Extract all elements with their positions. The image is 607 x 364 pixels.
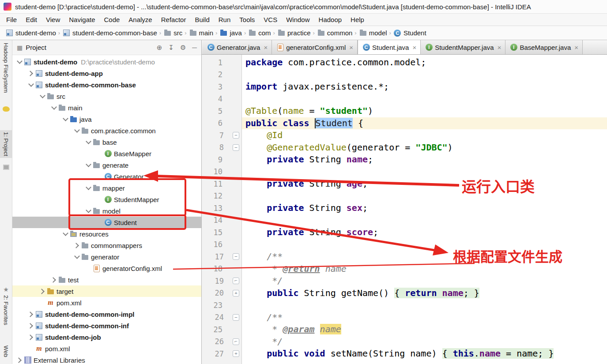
menu-analyze[interactable]: Analyze xyxy=(124,15,156,24)
code-line-3[interactable]: import javax.persistence.*; xyxy=(242,81,607,93)
code-line-7[interactable]: @Id xyxy=(242,129,607,142)
fold-marker-start-icon[interactable]: − xyxy=(233,314,239,321)
menu-edit[interactable]: Edit xyxy=(21,15,41,24)
menu-vcs[interactable]: VCS xyxy=(259,15,282,24)
tree-item-student-demo[interactable]: student-demoD:\practice\student-demo xyxy=(12,56,201,68)
code-line-20[interactable]: public String getName() { return name; } xyxy=(242,287,607,300)
editor-tab-basemapper-java[interactable]: IBaseMapper.java× xyxy=(505,40,583,54)
breadcrumb-src[interactable]: src xyxy=(163,29,182,37)
menu-window[interactable]: Window xyxy=(282,15,314,24)
close-tab-icon[interactable]: × xyxy=(349,44,353,51)
tree-item-generator[interactable]: generator xyxy=(12,251,201,263)
toolwindow-button-project[interactable]: 1: Project xyxy=(0,130,12,158)
menu-refactor[interactable]: Refactor xyxy=(157,15,191,24)
breadcrumb-student-demo-common-base[interactable]: student-demo-common-base xyxy=(62,29,157,37)
chevron-expanded-icon[interactable] xyxy=(85,207,92,215)
close-tab-icon[interactable]: × xyxy=(412,44,416,51)
tree-item-com-practice-common[interactable]: com.practice.common xyxy=(12,125,201,136)
tree-item-resources[interactable]: resources xyxy=(12,228,201,240)
menu-file[interactable]: File xyxy=(2,15,21,24)
code-line-5[interactable]: @Table(name = "student") xyxy=(242,105,607,117)
tree-item-student-demo-job[interactable]: student-demo-job xyxy=(12,331,201,343)
editor-body[interactable]: 1234567−8−91011121314151617−1819⌐20+2324… xyxy=(202,55,607,364)
code-line-19[interactable]: */ xyxy=(242,275,607,287)
tree-item-pom-xml[interactable]: mpom.xml xyxy=(12,297,201,308)
chevron-expanded-icon[interactable] xyxy=(73,127,81,135)
tree-item-main[interactable]: main xyxy=(12,102,201,113)
fold-marker-start-icon[interactable]: − xyxy=(233,144,239,151)
chevron-collapsed-icon[interactable] xyxy=(50,276,58,284)
menu-run[interactable]: Run xyxy=(214,15,235,24)
menu-code[interactable]: Code xyxy=(99,15,124,24)
breadcrumb-model[interactable]: model xyxy=(359,29,387,37)
code-line-2[interactable] xyxy=(242,69,607,81)
project-tool-icon[interactable] xyxy=(3,165,9,170)
breadcrumb-com[interactable]: com xyxy=(248,29,271,37)
menu-tools[interactable]: Tools xyxy=(235,15,259,24)
code-line-4[interactable] xyxy=(242,93,607,105)
code-line-9[interactable]: private String name; xyxy=(242,154,607,166)
editor-tab-generatorconfig-xml[interactable]: generatorConfig.xml× xyxy=(272,40,358,54)
tree-item-student-demo-common-impl[interactable]: student-demo-common-impl xyxy=(12,308,201,320)
menu-view[interactable]: View xyxy=(41,15,64,24)
fold-marker-end-icon[interactable]: ⌐ xyxy=(233,338,239,345)
breadcrumb-common[interactable]: common xyxy=(317,29,353,37)
code-line-25[interactable]: * @param name xyxy=(242,323,607,336)
tree-item-test[interactable]: test xyxy=(12,274,201,285)
hadoop-elephant-icon[interactable] xyxy=(3,106,10,112)
locate-icon[interactable]: ⊕ xyxy=(157,44,162,52)
code-line-13[interactable]: private String sex; xyxy=(242,202,607,214)
code-editor[interactable]: package com.practice.common.model;import… xyxy=(242,55,607,364)
code-line-17[interactable]: /** xyxy=(242,251,607,263)
tree-item-basemapper[interactable]: IBaseMapper xyxy=(12,148,201,159)
menu-build[interactable]: Build xyxy=(190,15,214,24)
toolwindow-button-hadoop-filesystem[interactable]: Hadoop FileSystem xyxy=(0,43,12,93)
code-line-15[interactable]: private String score; xyxy=(242,226,607,239)
tree-item-commonmappers[interactable]: commonmappers xyxy=(12,240,201,251)
chevron-collapsed-icon[interactable] xyxy=(73,242,81,249)
editor-tab-studentmapper-java[interactable]: IStudentMapper.java× xyxy=(421,40,505,54)
settings-gear-icon[interactable]: ⚙ xyxy=(180,44,186,52)
tree-item-student-demo-app[interactable]: student-demo-app xyxy=(12,68,201,79)
tree-item-generatorconfig-xml[interactable]: generatorConfig.xml xyxy=(12,263,201,274)
favorites-star-icon[interactable]: ★ xyxy=(3,285,9,293)
code-line-1[interactable]: package com.practice.common.model; xyxy=(242,56,607,69)
chevron-expanded-icon[interactable] xyxy=(16,58,23,66)
tree-item-student-demo-common-inf[interactable]: student-demo-common-inf xyxy=(12,320,201,331)
code-line-27[interactable]: public void setName(String name) { this.… xyxy=(242,348,607,360)
tree-item-external-libraries[interactable]: External Libraries xyxy=(12,354,201,364)
fold-marker-end-icon[interactable]: ⌐ xyxy=(233,278,239,284)
close-tab-icon[interactable]: × xyxy=(574,44,578,51)
chevron-expanded-icon[interactable] xyxy=(85,161,92,169)
chevron-expanded-icon[interactable] xyxy=(62,230,69,238)
tree-item-studentmapper[interactable]: IStudentMapper xyxy=(12,194,201,205)
chevron-collapsed-icon[interactable] xyxy=(27,334,35,341)
tree-item-pom-xml[interactable]: mpom.xml xyxy=(12,343,201,354)
code-line-6[interactable]: public class Student { xyxy=(242,117,607,130)
editor-tab-generator-java[interactable]: CGenerator.java× xyxy=(203,40,272,54)
tree-item-model[interactable]: model xyxy=(12,205,201,217)
code-line-16[interactable] xyxy=(242,239,607,251)
tree-item-generator[interactable]: CGenerator xyxy=(12,171,201,182)
menu-navigate[interactable]: Navigate xyxy=(64,15,99,24)
breadcrumb-student-demo[interactable]: student-demo xyxy=(5,29,56,37)
chevron-expanded-icon[interactable] xyxy=(85,184,92,192)
tree-item-student-demo-common-base[interactable]: student-demo-common-base xyxy=(12,79,201,90)
breadcrumb-java[interactable]: java xyxy=(219,29,242,37)
breadcrumb-student[interactable]: CStudent xyxy=(393,29,426,37)
fold-marker-plus-icon[interactable]: + xyxy=(233,350,239,357)
tree-item-src[interactable]: src xyxy=(12,90,201,102)
chevron-collapsed-icon[interactable] xyxy=(27,70,35,77)
code-line-8[interactable]: @GeneratedValue(generator = "JDBC") xyxy=(242,142,607,154)
fold-marker-plus-icon[interactable]: + xyxy=(233,290,239,296)
chevron-collapsed-icon[interactable] xyxy=(39,288,46,295)
code-line-18[interactable]: * @return name xyxy=(242,263,607,275)
breadcrumb-main[interactable]: main xyxy=(189,29,214,37)
toolwindow-button-favorites[interactable]: 2: Favorites xyxy=(0,295,12,325)
menu-hadoop[interactable]: Hadoop xyxy=(314,15,347,24)
chevron-expanded-icon[interactable] xyxy=(27,81,35,89)
chevron-expanded-icon[interactable] xyxy=(73,253,81,261)
toolwindow-button-web[interactable]: Web xyxy=(0,345,12,357)
tree-item-student[interactable]: CStudent xyxy=(12,217,201,228)
hide-panel-icon[interactable]: ─ xyxy=(192,44,197,52)
